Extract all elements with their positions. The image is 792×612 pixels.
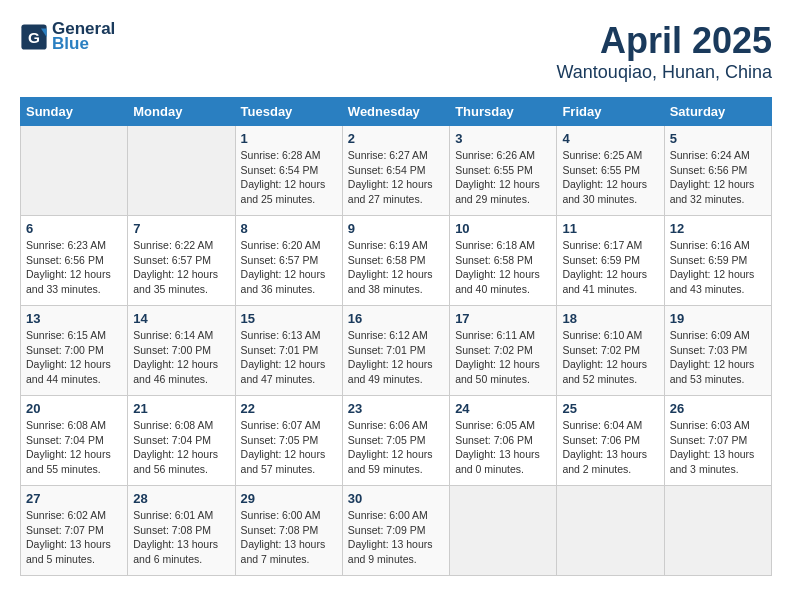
cell-info: Sunrise: 6:09 AM Sunset: 7:03 PM Dayligh… — [670, 328, 766, 387]
calendar-cell — [21, 126, 128, 216]
day-number: 17 — [455, 311, 551, 326]
cell-info: Sunrise: 6:19 AM Sunset: 6:58 PM Dayligh… — [348, 238, 444, 297]
day-number: 18 — [562, 311, 658, 326]
cell-info: Sunrise: 6:17 AM Sunset: 6:59 PM Dayligh… — [562, 238, 658, 297]
cell-info: Sunrise: 6:28 AM Sunset: 6:54 PM Dayligh… — [241, 148, 337, 207]
calendar-cell: 19Sunrise: 6:09 AM Sunset: 7:03 PM Dayli… — [664, 306, 771, 396]
cell-info: Sunrise: 6:27 AM Sunset: 6:54 PM Dayligh… — [348, 148, 444, 207]
calendar-cell: 11Sunrise: 6:17 AM Sunset: 6:59 PM Dayli… — [557, 216, 664, 306]
day-number: 14 — [133, 311, 229, 326]
logo-icon: G — [20, 23, 48, 51]
cell-info: Sunrise: 6:00 AM Sunset: 7:09 PM Dayligh… — [348, 508, 444, 567]
calendar-cell — [557, 486, 664, 576]
day-number: 28 — [133, 491, 229, 506]
cell-info: Sunrise: 6:10 AM Sunset: 7:02 PM Dayligh… — [562, 328, 658, 387]
calendar-cell: 28Sunrise: 6:01 AM Sunset: 7:08 PM Dayli… — [128, 486, 235, 576]
svg-text:G: G — [28, 28, 40, 45]
calendar-cell: 21Sunrise: 6:08 AM Sunset: 7:04 PM Dayli… — [128, 396, 235, 486]
calendar-cell: 25Sunrise: 6:04 AM Sunset: 7:06 PM Dayli… — [557, 396, 664, 486]
day-number: 20 — [26, 401, 122, 416]
cell-info: Sunrise: 6:18 AM Sunset: 6:58 PM Dayligh… — [455, 238, 551, 297]
calendar-cell: 12Sunrise: 6:16 AM Sunset: 6:59 PM Dayli… — [664, 216, 771, 306]
cell-info: Sunrise: 6:01 AM Sunset: 7:08 PM Dayligh… — [133, 508, 229, 567]
cell-info: Sunrise: 6:11 AM Sunset: 7:02 PM Dayligh… — [455, 328, 551, 387]
day-number: 24 — [455, 401, 551, 416]
day-number: 26 — [670, 401, 766, 416]
cell-info: Sunrise: 6:20 AM Sunset: 6:57 PM Dayligh… — [241, 238, 337, 297]
calendar-cell: 7Sunrise: 6:22 AM Sunset: 6:57 PM Daylig… — [128, 216, 235, 306]
weekday-header: Wednesday — [342, 98, 449, 126]
calendar-cell: 14Sunrise: 6:14 AM Sunset: 7:00 PM Dayli… — [128, 306, 235, 396]
day-number: 15 — [241, 311, 337, 326]
weekday-header: Sunday — [21, 98, 128, 126]
cell-info: Sunrise: 6:00 AM Sunset: 7:08 PM Dayligh… — [241, 508, 337, 567]
weekday-header: Tuesday — [235, 98, 342, 126]
calendar-cell: 10Sunrise: 6:18 AM Sunset: 6:58 PM Dayli… — [450, 216, 557, 306]
weekday-header: Monday — [128, 98, 235, 126]
calendar-cell: 26Sunrise: 6:03 AM Sunset: 7:07 PM Dayli… — [664, 396, 771, 486]
calendar-cell: 2Sunrise: 6:27 AM Sunset: 6:54 PM Daylig… — [342, 126, 449, 216]
calendar-cell: 22Sunrise: 6:07 AM Sunset: 7:05 PM Dayli… — [235, 396, 342, 486]
cell-info: Sunrise: 6:26 AM Sunset: 6:55 PM Dayligh… — [455, 148, 551, 207]
day-number: 4 — [562, 131, 658, 146]
cell-info: Sunrise: 6:13 AM Sunset: 7:01 PM Dayligh… — [241, 328, 337, 387]
day-number: 25 — [562, 401, 658, 416]
calendar-cell: 20Sunrise: 6:08 AM Sunset: 7:04 PM Dayli… — [21, 396, 128, 486]
cell-info: Sunrise: 6:08 AM Sunset: 7:04 PM Dayligh… — [26, 418, 122, 477]
calendar-cell: 8Sunrise: 6:20 AM Sunset: 6:57 PM Daylig… — [235, 216, 342, 306]
cell-info: Sunrise: 6:16 AM Sunset: 6:59 PM Dayligh… — [670, 238, 766, 297]
day-number: 27 — [26, 491, 122, 506]
day-number: 9 — [348, 221, 444, 236]
title-section: April 2025 Wantouqiao, Hunan, China — [557, 20, 772, 83]
cell-info: Sunrise: 6:05 AM Sunset: 7:06 PM Dayligh… — [455, 418, 551, 477]
cell-info: Sunrise: 6:07 AM Sunset: 7:05 PM Dayligh… — [241, 418, 337, 477]
day-number: 5 — [670, 131, 766, 146]
calendar-cell: 24Sunrise: 6:05 AM Sunset: 7:06 PM Dayli… — [450, 396, 557, 486]
day-number: 23 — [348, 401, 444, 416]
calendar-cell: 27Sunrise: 6:02 AM Sunset: 7:07 PM Dayli… — [21, 486, 128, 576]
cell-info: Sunrise: 6:15 AM Sunset: 7:00 PM Dayligh… — [26, 328, 122, 387]
cell-info: Sunrise: 6:02 AM Sunset: 7:07 PM Dayligh… — [26, 508, 122, 567]
weekday-header: Thursday — [450, 98, 557, 126]
calendar-cell: 3Sunrise: 6:26 AM Sunset: 6:55 PM Daylig… — [450, 126, 557, 216]
cell-info: Sunrise: 6:04 AM Sunset: 7:06 PM Dayligh… — [562, 418, 658, 477]
calendar-cell: 4Sunrise: 6:25 AM Sunset: 6:55 PM Daylig… — [557, 126, 664, 216]
day-number: 11 — [562, 221, 658, 236]
cell-info: Sunrise: 6:24 AM Sunset: 6:56 PM Dayligh… — [670, 148, 766, 207]
calendar-table: SundayMondayTuesdayWednesdayThursdayFrid… — [20, 97, 772, 576]
day-number: 29 — [241, 491, 337, 506]
day-number: 22 — [241, 401, 337, 416]
calendar-cell — [450, 486, 557, 576]
calendar-cell: 1Sunrise: 6:28 AM Sunset: 6:54 PM Daylig… — [235, 126, 342, 216]
day-number: 1 — [241, 131, 337, 146]
calendar-cell: 16Sunrise: 6:12 AM Sunset: 7:01 PM Dayli… — [342, 306, 449, 396]
calendar-cell: 17Sunrise: 6:11 AM Sunset: 7:02 PM Dayli… — [450, 306, 557, 396]
cell-info: Sunrise: 6:22 AM Sunset: 6:57 PM Dayligh… — [133, 238, 229, 297]
cell-info: Sunrise: 6:23 AM Sunset: 6:56 PM Dayligh… — [26, 238, 122, 297]
cell-info: Sunrise: 6:06 AM Sunset: 7:05 PM Dayligh… — [348, 418, 444, 477]
cell-info: Sunrise: 6:12 AM Sunset: 7:01 PM Dayligh… — [348, 328, 444, 387]
calendar-cell — [664, 486, 771, 576]
day-number: 21 — [133, 401, 229, 416]
day-number: 13 — [26, 311, 122, 326]
day-number: 12 — [670, 221, 766, 236]
calendar-cell: 30Sunrise: 6:00 AM Sunset: 7:09 PM Dayli… — [342, 486, 449, 576]
cell-info: Sunrise: 6:03 AM Sunset: 7:07 PM Dayligh… — [670, 418, 766, 477]
day-number: 19 — [670, 311, 766, 326]
calendar-cell: 6Sunrise: 6:23 AM Sunset: 6:56 PM Daylig… — [21, 216, 128, 306]
calendar-cell: 23Sunrise: 6:06 AM Sunset: 7:05 PM Dayli… — [342, 396, 449, 486]
month-title: April 2025 — [557, 20, 772, 62]
day-number: 16 — [348, 311, 444, 326]
calendar-cell: 18Sunrise: 6:10 AM Sunset: 7:02 PM Dayli… — [557, 306, 664, 396]
calendar-cell: 9Sunrise: 6:19 AM Sunset: 6:58 PM Daylig… — [342, 216, 449, 306]
weekday-header: Friday — [557, 98, 664, 126]
cell-info: Sunrise: 6:08 AM Sunset: 7:04 PM Dayligh… — [133, 418, 229, 477]
location-title: Wantouqiao, Hunan, China — [557, 62, 772, 83]
calendar-cell: 5Sunrise: 6:24 AM Sunset: 6:56 PM Daylig… — [664, 126, 771, 216]
weekday-header: Saturday — [664, 98, 771, 126]
day-number: 6 — [26, 221, 122, 236]
cell-info: Sunrise: 6:25 AM Sunset: 6:55 PM Dayligh… — [562, 148, 658, 207]
day-number: 3 — [455, 131, 551, 146]
cell-info: Sunrise: 6:14 AM Sunset: 7:00 PM Dayligh… — [133, 328, 229, 387]
logo: G General Blue — [20, 20, 115, 53]
